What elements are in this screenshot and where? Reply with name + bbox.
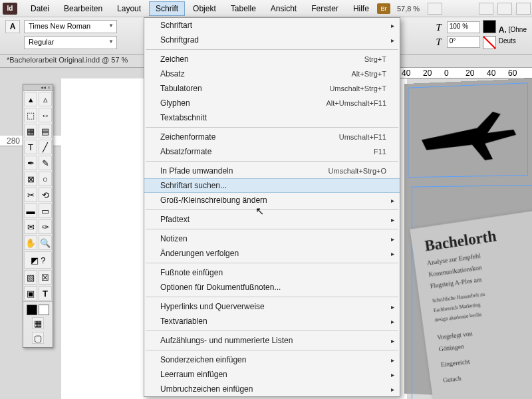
apply-color[interactable]: ▧ — [24, 270, 37, 285]
menu-item[interactable]: Notizen — [144, 231, 400, 246]
shear-icon: T — [433, 36, 445, 48]
schrift-menu-dropdown: SchriftartSchriftgradZeichenStrg+TAbsatz… — [144, 17, 400, 397]
menu-datei[interactable]: Datei — [24, 1, 56, 16]
app-logo-icon: Id — [3, 3, 17, 15]
menu-ansicht[interactable]: Ansicht — [264, 1, 303, 16]
font-family-select[interactable]: Times New Roman — [24, 20, 117, 33]
menu-layout[interactable]: Layout — [110, 1, 148, 16]
menu-item[interactable]: Textabschnitt — [144, 110, 400, 125]
page-tool[interactable]: ⬚ — [24, 108, 37, 122]
zoom-tool[interactable]: 🔍 — [39, 235, 52, 250]
menu-item[interactable]: Änderungen verfolgen — [144, 246, 400, 261]
font-style-select[interactable]: Regular — [24, 36, 117, 49]
hand-tool[interactable]: ✋ — [24, 235, 37, 250]
ruler-tick: 0 — [444, 68, 449, 78]
ruler-tick: 40 — [487, 68, 495, 78]
menu-item[interactable]: Pfadtext — [144, 212, 400, 227]
format-text[interactable]: T — [39, 286, 52, 301]
scale-input[interactable]: 100 % — [447, 21, 480, 33]
menu-item[interactable]: ZeichenformateUmschalt+F11 — [144, 130, 400, 144]
menubar: Id Datei Bearbeiten Layout Schrift Objek… — [0, 0, 532, 17]
menu-item[interactable]: Fußnote einfügen — [144, 265, 400, 280]
line-tool[interactable]: ╱ — [39, 140, 52, 154]
menu-item[interactable]: Aufzählungs- und nummerierte Listen — [144, 333, 400, 348]
ruler-right: 40 20 0 20 40 60 — [399, 68, 532, 78]
rotate-input[interactable]: 0° — [447, 36, 480, 48]
type-tool[interactable]: T — [24, 140, 37, 154]
menu-objekt[interactable]: Objekt — [186, 1, 223, 16]
ruler-tick: 20 — [466, 68, 474, 78]
fill-swatch[interactable] — [483, 20, 496, 33]
char-style-label[interactable]: [Ohne — [509, 26, 527, 33]
fill-stroke-toggle[interactable]: ◩ ? — [24, 251, 52, 269]
tools-panel: ◂◂ × ▴ ▵ ⬚ ↔ ▦ ▤ T ╱ ✒ ✎ ⊠ ○ ✂ ⟲ ▬ ▭ ✉ ✑… — [23, 84, 53, 348]
cursor-icon — [255, 205, 264, 217]
ruler-tick: 20 — [423, 68, 432, 78]
menu-item[interactable]: AbsatzAlt+Strg+T — [144, 66, 400, 81]
menu-item[interactable]: Hyperlinks und Querverweise — [144, 299, 400, 314]
default-stroke-icon[interactable] — [39, 305, 49, 315]
rectangle-frame-tool[interactable]: ⊠ — [24, 172, 37, 186]
menu-bearbeiten[interactable]: Bearbeiten — [57, 1, 109, 16]
workspace-icon[interactable] — [516, 3, 531, 15]
ruler-tick: 40 — [402, 68, 410, 78]
menu-item[interactable]: ZeichenStrg+T — [144, 52, 400, 66]
lang-label[interactable]: Deuts — [499, 37, 516, 45]
pencil-tool[interactable]: ✎ — [39, 156, 52, 170]
menu-item[interactable]: Schriftart suchen... — [144, 178, 400, 193]
eyedropper-tool[interactable]: ✑ — [39, 219, 52, 234]
view-options-icon[interactable] — [497, 3, 512, 15]
gradient-swatch-tool[interactable]: ▬ — [24, 203, 37, 218]
content-place-tool[interactable]: ▤ — [39, 124, 52, 138]
menu-item[interactable]: Sonderzeichen einfügen — [144, 352, 400, 367]
menu-item[interactable]: Schriftgrad — [144, 33, 400, 47]
direct-selection-tool[interactable]: ▵ — [39, 92, 52, 106]
menu-fenster[interactable]: Fenster — [305, 1, 345, 16]
view-mode-preview[interactable]: ▢ — [32, 332, 44, 344]
view-mode-normal[interactable]: ▦ — [32, 317, 44, 329]
menu-item[interactable]: GlyphenAlt+Umschalt+F11 — [144, 96, 400, 110]
default-fill-icon[interactable] — [27, 305, 37, 315]
stroke-swatch[interactable] — [483, 36, 496, 49]
arrange-icon[interactable] — [479, 3, 493, 15]
menu-item[interactable]: AbsatzformateF11 — [144, 144, 400, 159]
menu-item[interactable]: Umbruchzeichen einfügen — [144, 382, 400, 396]
apply-none[interactable]: ☒ — [39, 270, 52, 285]
content-tool[interactable]: ▦ — [24, 124, 37, 138]
pen-tool[interactable]: ✒ — [24, 156, 37, 170]
menu-item[interactable]: Textvariablen — [144, 314, 400, 329]
menu-hilfe[interactable]: Hilfe — [346, 1, 376, 16]
menu-item[interactable]: Optionen für Dokumentfußnoten... — [144, 280, 400, 295]
menu-tabelle[interactable]: Tabelle — [224, 1, 263, 16]
screen-mode-icon[interactable] — [428, 3, 442, 15]
character-format-icon[interactable]: A — [5, 20, 20, 33]
gradient-feather-tool[interactable]: ▭ — [39, 203, 52, 218]
menu-schrift[interactable]: Schrift — [149, 1, 185, 16]
menu-item[interactable]: Leerraum einfügen — [144, 367, 400, 382]
airplane-graphic — [416, 99, 519, 168]
scissors-tool[interactable]: ✂ — [24, 188, 37, 202]
selection-tool[interactable]: ▴ — [24, 92, 37, 106]
document-page: 40 20 0 20 40 60 Bachelorth Analyse zur … — [399, 68, 532, 399]
bridge-icon[interactable]: Br — [377, 3, 390, 14]
panel-collapse[interactable]: ◂◂ × — [23, 84, 53, 91]
ruler-tick: 60 — [508, 68, 517, 78]
ruler-tick: 280 — [7, 136, 20, 146]
menu-item[interactable]: Groß-/Kleinschreibung ändern — [144, 193, 400, 207]
scale-icon: T — [433, 21, 445, 33]
gap-tool[interactable]: ↔ — [39, 108, 52, 122]
note-tool[interactable]: ✉ — [24, 219, 37, 234]
menu-item[interactable]: Schriftart — [144, 18, 400, 33]
ellipse-tool[interactable]: ○ — [39, 172, 52, 186]
transform-tool[interactable]: ⟲ — [39, 188, 52, 202]
menu-item[interactable]: In Pfade umwandelnUmschalt+Strg+O — [144, 164, 400, 178]
zoom-level[interactable]: 57,8 % — [397, 5, 420, 13]
format-container[interactable]: ▣ — [24, 286, 37, 301]
menu-item[interactable]: TabulatorenUmschalt+Strg+T — [144, 81, 400, 96]
